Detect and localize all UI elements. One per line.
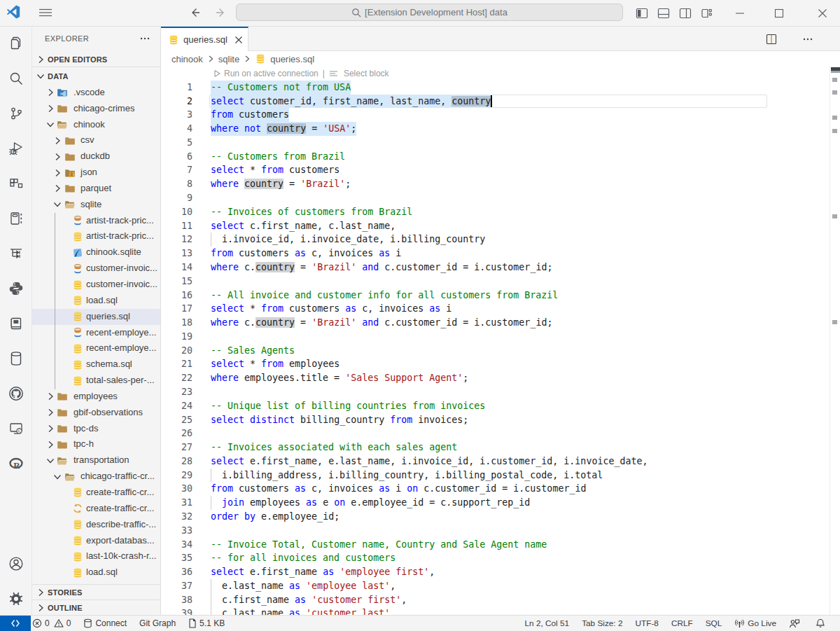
close-button[interactable] [806,0,839,27]
activity-database-icon[interactable] [0,345,31,373]
activity-notebook-icon[interactable] [0,204,31,233]
status-feedback[interactable] [783,616,809,631]
codelens-run-link[interactable]: Run on active connection [224,69,318,78]
tab-queries-sql[interactable]: queries.sql [161,27,248,51]
tree-item-csv[interactable]: csv [32,133,160,149]
tree-item-customer-invoic[interactable]: customer-invoic... [32,261,160,277]
activity-run-debug-icon[interactable] [0,134,31,162]
code-token [239,511,244,522]
tree-item-chicago-crimes[interactable]: chicago-crimes [32,101,160,117]
tree-item-employees[interactable]: employees [32,389,160,405]
line-number-30: 30 [161,482,211,496]
activity-task-tree-icon[interactable] [0,240,31,268]
tree-item-vscode[interactable]: .vscode [32,85,160,101]
minimize-button[interactable] [724,0,756,27]
breadcrumb-item[interactable]: queries.sql [270,54,314,64]
tree-item-chicago-traffic-cr[interactable]: chicago-traffic-cr... [32,469,160,485]
code-token: select [211,165,244,175]
activity-r-lang-icon[interactable]: R [0,450,31,478]
folder-icon [64,151,76,162]
tree-item-duckdb[interactable]: duckdb [32,148,160,165]
code-token: * [244,165,261,175]
activity-search-icon[interactable] [0,64,31,92]
tree-item-customer-invoic[interactable]: customer-invoic... [32,277,160,293]
tree-item-create-traffic-cr[interactable]: create-traffic-cr... [32,485,160,501]
tree-item-queries-sql[interactable]: queries.sql [32,309,160,325]
tree-item-chinook[interactable]: chinook [32,117,160,133]
tree-item-json[interactable]: {}json [32,165,160,181]
tree-item-describe-traffic[interactable]: describe-traffic-... [32,517,160,533]
status-go-live[interactable]: Go Live [728,616,783,631]
code-line-3: from customers [211,108,830,122]
activity-account-icon[interactable] [0,550,31,578]
status-git-graph[interactable]: Git Graph [133,616,182,631]
activity-bar: R [0,27,32,615]
breadcrumb-item[interactable]: sqlite [218,54,239,64]
tree-item-tpc-h[interactable]: tpc-h [32,437,160,453]
overview-ruler[interactable] [830,67,840,615]
tree-item-create-traffic-cr[interactable]: create-traffic-cr... [32,501,160,517]
activity-github-icon[interactable] [0,380,31,408]
activity-extensions-icon[interactable] [0,169,31,197]
tree-item-parquet[interactable]: parquet [32,181,160,197]
close-tab-icon[interactable] [233,34,244,46]
activity-explorer-icon[interactable] [0,29,31,57]
activity-python-icon[interactable] [0,275,31,303]
tree-item-gbif-observations[interactable]: gbif-observations [32,405,160,421]
tree-item-transportation[interactable]: transportation [32,452,160,469]
section-data[interactable]: DATA [32,68,160,84]
tree-item-total-sales-per[interactable]: total-sales-per-... [32,373,160,389]
toggle-secondary-sidebar-icon[interactable] [674,4,696,22]
status-problems[interactable]: 00 [26,616,77,631]
window-title: [Extension Development Host] data [365,7,507,18]
status-file-size[interactable]: 5.1 KB [182,616,231,631]
menu-icon[interactable] [36,4,55,21]
tree-item-recent-employe[interactable]: recent-employe... [32,341,160,357]
codelens-select-link[interactable]: Select block [344,69,389,78]
status-notifications[interactable] [809,616,834,631]
tree-item-tpc-ds[interactable]: tpc-ds [32,421,160,437]
tree-item-last-10k-crash-r[interactable]: last-10k-crash-r... [32,548,160,564]
status-language-mode[interactable]: SQL [699,616,729,631]
tree-item-recent-employe[interactable]: recent-employe... [32,325,160,341]
tree-item-chinook-sqlite[interactable]: chinook.sqlite [32,244,160,261]
code-editor[interactable]: 1234567891011121314151617181920212223242… [161,67,840,615]
status-encoding[interactable]: UTF-8 [629,616,665,631]
tree-item-sqlite[interactable]: sqlite [32,197,160,213]
section-stories[interactable]: STORIES [32,584,160,599]
section-outline[interactable]: OUTLINE [32,599,160,615]
tree-item-load-sql[interactable]: load.sql [32,293,160,309]
tree-item-label: create-traffic-cr... [86,487,154,497]
more-actions-icon[interactable] [139,33,150,44]
tree-item-schema-sql[interactable]: schema.sql [32,356,160,373]
breadcrumb-item[interactable]: chinook [172,54,203,64]
code-token: -- Unique list of billing countries from… [211,401,485,411]
codelens[interactable]: Run on active connection|Select block [211,67,830,81]
navigate-forward-icon[interactable] [212,4,229,21]
more-actions-icon[interactable] [798,30,818,48]
section-open-editors[interactable]: OPEN EDITORS [32,53,160,67]
tree-item-export-databas[interactable]: export-databas... [32,533,160,549]
tree-item-artist-track-pric[interactable]: artist-track-pric... [32,213,160,229]
customize-layout-icon[interactable] [696,4,718,22]
activity-source-control-icon[interactable] [0,99,31,127]
status-eol[interactable]: CRLF [665,616,699,631]
navigate-back-icon[interactable] [187,4,204,21]
tree-item-label: chicago-crimes [74,103,134,113]
status-tab-size[interactable]: Tab Size: 2 [575,616,629,631]
split-editor-icon[interactable] [762,30,781,48]
activity-remote-explorer-icon[interactable] [0,415,31,443]
tree-item-artist-track-pric[interactable]: artist-track-pric... [32,229,160,245]
code-token: by [244,511,255,522]
status-connect[interactable]: Connect [77,616,133,631]
line-number-15: 15 [161,275,211,289]
tree-item-load-sql[interactable]: load.sql [32,564,160,581]
command-center-search[interactable]: [Extension Development Host] data [236,4,623,21]
status-cursor-position[interactable]: Ln 2, Col 51 [519,616,576,631]
activity-settings-icon[interactable] [0,585,31,613]
line-number-21: 21 [161,357,211,371]
toggle-panel-icon[interactable] [652,4,674,22]
maximize-button[interactable] [763,0,795,27]
activity-jupyter-book-icon[interactable] [0,310,31,338]
toggle-primary-sidebar-icon[interactable] [631,4,652,22]
